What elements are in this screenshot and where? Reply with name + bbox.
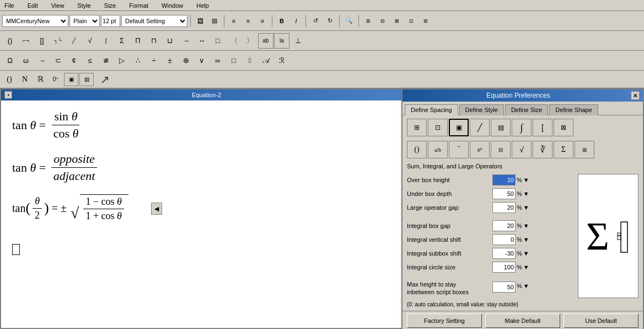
sym-sqrt[interactable]: √ xyxy=(82,33,98,49)
icon-integral[interactable]: ∫ xyxy=(512,119,532,136)
italic-btn[interactable]: I xyxy=(289,14,303,28)
menu-edit[interactable]: Edit xyxy=(25,1,40,10)
input-underbox[interactable] xyxy=(492,188,516,199)
tab-define-size[interactable]: Define Size xyxy=(505,104,548,115)
sym-leq[interactable]: ≤ xyxy=(82,53,98,68)
sym-small-R[interactable]: ℝ xyxy=(33,73,47,86)
input-maxheight[interactable] xyxy=(492,282,516,293)
sym-integral[interactable]: ∫ xyxy=(98,33,114,49)
icon-frac[interactable]: a/b xyxy=(428,141,448,158)
icon-bar[interactable]: ‾ xyxy=(449,141,469,158)
sym-sigma[interactable]: Σ xyxy=(114,33,130,49)
setting-selector[interactable]: Default Setting xyxy=(121,15,187,27)
grid-btn1[interactable]: ⊞ xyxy=(362,14,375,28)
input-intcirc[interactable] xyxy=(492,262,516,273)
image-btn2[interactable]: ▤ xyxy=(208,14,221,28)
factory-setting-btn[interactable]: Factory Setting xyxy=(407,314,482,328)
undo-btn[interactable]: ↺ xyxy=(309,14,322,28)
redo-btn[interactable]: ↻ xyxy=(323,14,336,28)
menu-format[interactable]: Format xyxy=(127,1,151,10)
sym-calA[interactable]: 𝒜 xyxy=(258,53,273,68)
sym-sqcap[interactable]: ⊓ xyxy=(146,33,162,49)
menu-size[interactable]: Size xyxy=(102,1,118,10)
icon-box5[interactable]: ⊠ xyxy=(554,119,573,136)
collapse-arrow[interactable]: ◄ xyxy=(151,203,162,215)
eq-close-btn[interactable]: ▪ xyxy=(4,91,12,99)
sym-triangle[interactable]: ▷ xyxy=(114,53,130,68)
sym-cent[interactable]: ¢ xyxy=(66,53,82,68)
icon-box4[interactable]: ▤ xyxy=(491,119,511,136)
icon-sqrt2[interactable]: ∛ xyxy=(533,141,552,158)
icon-sqrt[interactable]: √ xyxy=(512,141,532,158)
use-default-btn[interactable]: Use Default xyxy=(564,314,638,328)
grid-btn5[interactable]: ⊞ xyxy=(419,14,432,28)
sym-arrow[interactable]: → xyxy=(178,33,194,49)
icon-paren[interactable]: () xyxy=(407,141,427,158)
sym-therefore[interactable]: ∴ xyxy=(130,53,146,68)
grid-btn4[interactable]: ⊡ xyxy=(405,14,418,28)
icon-grid9[interactable]: ⊞ xyxy=(575,141,594,158)
sym-div[interactable]: ÷ xyxy=(146,53,162,68)
sym-subset[interactable]: ⊂ xyxy=(50,53,66,68)
icon-box1[interactable]: ⊞ xyxy=(407,119,427,136)
sym-la[interactable]: la xyxy=(274,33,289,49)
sym-sqcup[interactable]: ⊔ xyxy=(162,33,178,49)
sym-rangle[interactable]: 〉 xyxy=(242,33,257,49)
align-right-btn[interactable]: ≡ xyxy=(256,14,269,28)
dropdown-overbox[interactable]: ▼ xyxy=(523,177,529,183)
dropdown-intbox[interactable]: ▼ xyxy=(523,222,529,229)
sym-bracket2[interactable]: [] xyxy=(34,33,50,49)
tab-define-spacing[interactable]: Define Spacing xyxy=(405,104,458,115)
font-selector[interactable]: MMCenturyNew xyxy=(2,15,68,27)
dropdown-underbox[interactable]: ▼ xyxy=(523,190,529,197)
menu-style[interactable]: Style xyxy=(75,1,93,10)
menu-view[interactable]: View xyxy=(49,1,67,10)
input-lgop[interactable] xyxy=(492,202,516,213)
sym-omega-cap[interactable]: Ω xyxy=(2,53,18,68)
input-intbox[interactable] xyxy=(492,220,516,231)
sym-small-box1[interactable]: ▣ xyxy=(64,73,78,86)
input-overbox[interactable] xyxy=(492,174,516,185)
icon-bracket[interactable]: [ xyxy=(533,119,552,136)
icon-sum[interactable]: Σ xyxy=(554,141,573,158)
sym-small-box2[interactable]: ▤ xyxy=(79,73,94,86)
dropdown-intsub[interactable]: ▼ xyxy=(523,250,529,257)
icon-sup[interactable]: x² xyxy=(470,141,490,158)
sym-bracket3[interactable]: ┐└ xyxy=(50,33,66,49)
sym-square[interactable]: □ xyxy=(210,33,226,49)
sym-N[interactable]: 𝕅 xyxy=(242,53,257,68)
input-intsub[interactable] xyxy=(492,248,516,259)
image-btn1[interactable]: 🖼 xyxy=(194,14,207,28)
tab-define-style[interactable]: Define Style xyxy=(459,104,504,115)
dropdown-intcirc[interactable]: ▼ xyxy=(523,264,529,270)
sym-diagonal[interactable]: ╱ xyxy=(66,33,82,49)
sym-small-paren[interactable]: () xyxy=(2,73,17,86)
sym-bottom[interactable]: ⊥ xyxy=(290,33,305,49)
grid-btn2[interactable]: ⊟ xyxy=(376,14,389,28)
dropdown-intvshift[interactable]: ▼ xyxy=(523,236,529,243)
make-default-btn[interactable]: Make Default xyxy=(485,314,560,328)
align-left-btn[interactable]: ≡ xyxy=(227,14,240,28)
tab-define-shape[interactable]: Define Shape xyxy=(549,104,598,115)
size-input[interactable] xyxy=(101,15,120,27)
sym-square2[interactable]: □ xyxy=(226,53,242,68)
menu-window[interactable]: Window xyxy=(159,1,185,10)
sym-pi[interactable]: Π xyxy=(130,33,146,49)
sym-rightarrow[interactable]: → xyxy=(34,53,50,68)
dropdown-lgop[interactable]: ▼ xyxy=(523,204,529,211)
sym-oplus[interactable]: ⊕ xyxy=(178,53,194,68)
dropdown-maxheight[interactable]: ▼ xyxy=(523,283,529,289)
sym-ab[interactable]: ab xyxy=(258,33,273,49)
zoom-btn[interactable]: 🔍 xyxy=(342,14,356,28)
input-intvshift[interactable] xyxy=(492,234,516,245)
sym-small-N[interactable]: N xyxy=(18,73,32,86)
sym-vee[interactable]: ∨ xyxy=(194,53,210,68)
icon-box3[interactable]: ▣ xyxy=(449,119,469,136)
icon-box6[interactable]: ⊟ xyxy=(491,141,511,158)
icon-box2[interactable]: ⊡ xyxy=(428,119,448,136)
sym-paren[interactable]: () xyxy=(2,33,18,49)
menu-help[interactable]: Help xyxy=(194,1,211,10)
sym-omega[interactable]: ω xyxy=(18,53,34,68)
icon-slash[interactable]: ╱ xyxy=(470,119,490,136)
sym-plusminus[interactable]: ± xyxy=(162,53,178,68)
